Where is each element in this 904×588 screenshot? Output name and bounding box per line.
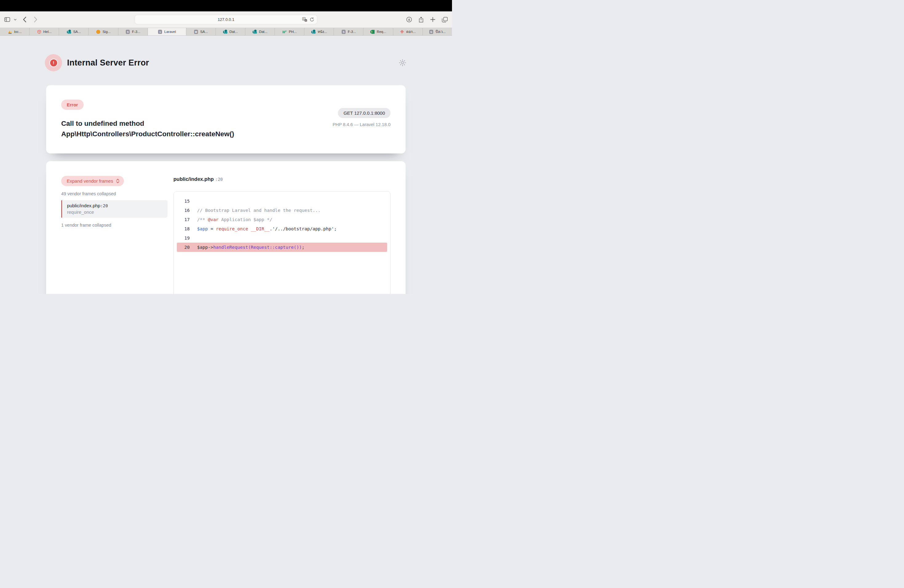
phpmyadmin-icon: PMA (8, 30, 12, 34)
frame-file-line: public/index.php:20 (67, 203, 163, 209)
code-line: 16// Bootstrap Laravel and handle the re… (177, 206, 387, 215)
code-file-name: public/index.php (174, 176, 214, 182)
tab-label: หนัง... (318, 29, 327, 35)
tab-9[interactable]: W3PH... (275, 28, 304, 35)
tab-0[interactable]: PMAloc... (0, 28, 30, 35)
exclamation-icon: ! (49, 59, 58, 67)
tab-7[interactable]: SDat... (216, 28, 245, 35)
sharepoint-icon: S (311, 30, 316, 34)
translate-icon[interactable]: A x (302, 17, 307, 22)
code-line-highlighted: 20$app->handleRequest(Request::capture()… (177, 243, 387, 252)
expand-vendor-frames-label: Expand vendor frames (67, 179, 113, 183)
stack-trace-card: Expand vendor frames 49 vendor frames co… (46, 161, 406, 294)
tab-active-5[interactable]: 1Laravel (148, 28, 186, 35)
letter-m-icon: M (194, 30, 198, 34)
tab-11[interactable]: SF-3... (334, 28, 363, 35)
sharepoint-icon: S (223, 30, 228, 34)
line-source: $app = require_once __DIR__.'/../bootstr… (197, 226, 337, 231)
w3schools-icon: W3 (282, 30, 287, 34)
line-number: 16 (177, 208, 190, 213)
forward-icon[interactable] (34, 17, 38, 22)
tab-label: PH... (289, 30, 297, 33)
back-icon[interactable] (23, 17, 27, 22)
stack-frame-item[interactable]: public/index.php:20 require_once (61, 200, 168, 218)
tab-1[interactable]: Hel... (30, 28, 59, 35)
tab-4[interactable]: SF-3... (119, 28, 148, 35)
code-line: 18$app = require_once __DIR__.'/../boots… (177, 224, 387, 234)
tab-label: SA... (200, 30, 208, 33)
frames-column: Expand vendor frames 49 vendor frames co… (61, 176, 168, 228)
chevron-down-icon[interactable] (14, 19, 17, 21)
exception-message: Call to undefined method App\Http\Contro… (61, 119, 273, 139)
address-bar-icons: A x (302, 15, 314, 24)
sidebar-icon[interactable] (4, 17, 10, 22)
tab-label: บึงเว... (435, 29, 446, 35)
code-snippet-block: 1516// Bootstrap Laravel and handle the … (174, 191, 390, 294)
download-icon[interactable] (406, 17, 412, 22)
code-file-header: public/index.php:20 (174, 176, 223, 182)
tab-overview-icon[interactable] (442, 17, 448, 22)
tab-2[interactable]: SSA... (59, 28, 89, 35)
svg-text:S: S (224, 31, 225, 33)
page-title: Internal Server Error (67, 58, 149, 68)
tab-label: Req... (377, 30, 386, 33)
frame-file: public/index.php (67, 203, 100, 208)
svg-text:W: W (282, 30, 286, 33)
tab-14[interactable]: Gบึงเว... (423, 28, 452, 35)
tab-6[interactable]: MSA... (186, 28, 216, 35)
sun-icon[interactable] (398, 59, 406, 67)
letter-s-icon: S (341, 30, 346, 34)
collapsed-frames-top-label: 49 vendor frames collapsed (61, 191, 168, 196)
share-icon[interactable] (419, 17, 424, 23)
reload-icon[interactable] (310, 17, 314, 22)
new-tab-icon[interactable] (430, 17, 435, 22)
tab-label: Sig... (103, 30, 111, 33)
toolbar-right-group (406, 11, 448, 28)
tab-10[interactable]: Sหนัง... (304, 28, 334, 35)
error-status-icon: ! (45, 54, 62, 71)
tab-label: ดอก... (406, 29, 416, 35)
svg-text:S: S (67, 31, 69, 33)
request-method-badge: GET 127.0.0.1:8000 (338, 108, 390, 118)
exception-card: Error GET 127.0.0.1:8000 PHP 8.4.6 — Lar… (46, 85, 406, 153)
svg-text:S: S (253, 31, 254, 33)
chevron-up-down-icon (116, 179, 120, 183)
frame-line-number: :20 (100, 203, 107, 208)
tab-label: Dat... (259, 30, 267, 33)
letter-s-icon: S (125, 30, 130, 34)
frame-function: require_once (67, 209, 163, 215)
url-text: 127.0.0.1 (218, 17, 234, 22)
browser-toolbar: 127.0.0.1 A x (0, 11, 452, 28)
tab-3[interactable]: Sig... (89, 28, 118, 35)
svg-text:X: X (371, 31, 373, 33)
svg-text:3: 3 (286, 30, 287, 32)
expand-vendor-frames-button[interactable]: Expand vendor frames (61, 176, 124, 186)
tab-8[interactable]: SDat... (245, 28, 275, 35)
svg-text:PMA: PMA (9, 33, 12, 34)
line-source: // Bootstrap Laravel and handle the requ… (197, 208, 321, 213)
tab-label: F-3... (132, 30, 140, 33)
code-line: 17/** @var Application $app */ (177, 215, 387, 224)
tab-12[interactable]: XReq... (363, 28, 393, 35)
line-number: 19 (177, 236, 190, 240)
numbered-1-icon: 1 (158, 30, 162, 34)
svg-text:1: 1 (159, 30, 161, 33)
address-bar[interactable]: 127.0.0.1 A x (135, 15, 317, 24)
laravel-error-page: ! Internal Server Error Error GET 127.0.… (0, 36, 452, 294)
orange-globe-icon (96, 30, 101, 34)
request-meta: GET 127.0.0.1:8000 PHP 8.4.6 — Laravel 1… (333, 108, 390, 127)
svg-text:S: S (312, 31, 313, 33)
line-source: $app->handleRequest(Request::capture()); (197, 245, 304, 250)
tab-13[interactable]: ดอก... (393, 28, 423, 35)
red-chevrons-icon (400, 30, 405, 34)
line-number: 17 (177, 217, 190, 222)
svg-text:G: G (430, 30, 433, 33)
safari-window: 127.0.0.1 A x (0, 0, 452, 294)
code-file-line: :20 (215, 177, 223, 182)
line-number: 15 (177, 199, 190, 204)
svg-text:M: M (195, 30, 197, 33)
page-header: ! Internal Server Error (45, 54, 149, 71)
tab-label: SA... (73, 30, 81, 33)
tab-label: loc... (14, 30, 22, 33)
code-line: 15 (177, 196, 387, 206)
